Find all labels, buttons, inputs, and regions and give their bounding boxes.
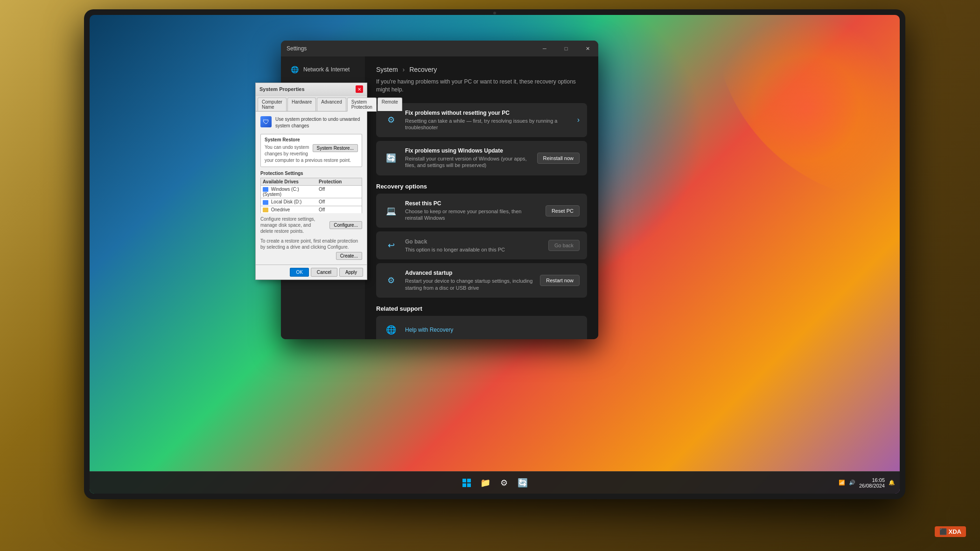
create-button[interactable]: Create... — [336, 252, 362, 260]
fix-without-reset-desc: Resetting can take a while — first, try … — [405, 118, 571, 131]
breadcrumb-recovery: Recovery — [409, 66, 437, 73]
taskbar-notification-icon[interactable]: 🔔 — [889, 480, 895, 486]
svg-rect-2 — [462, 483, 466, 487]
ok-button[interactable]: OK — [290, 268, 308, 277]
dialog-description: 🛡 Use system protection to undo unwanted… — [260, 116, 362, 129]
protection-onedrive: Off — [319, 207, 360, 212]
create-restore-text: To create a restore point, first enable … — [260, 238, 362, 250]
table-header: Available Drives Protection — [260, 178, 362, 185]
taskbar-time-display: 16:05 — [859, 477, 885, 483]
dialog-tabs: Computer Name Hardware Advanced System P… — [256, 96, 367, 112]
taskbar-right: 📶 🔊 16:05 26/08/2024 🔔 — [839, 477, 895, 488]
taskbar-clock: 16:05 26/08/2024 — [859, 477, 885, 488]
fix-without-reset-title: Fix problems without resetting your PC — [405, 110, 571, 116]
go-back-title: Go back — [405, 238, 542, 245]
reset-pc-title: Reset this PC — [405, 200, 539, 207]
go-back-desc: This option is no longer available on th… — [405, 246, 542, 253]
reset-pc-desc: Choose to keep or remove your personal f… — [405, 208, 539, 222]
taskbar-volume-icon: 🔊 — [849, 480, 855, 486]
tab-remote[interactable]: Remote — [378, 98, 402, 111]
go-back-icon: ↩ — [384, 238, 399, 253]
system-restore-section: System Restore System Restore... You can… — [260, 134, 362, 167]
reset-pc-button[interactable]: Reset PC — [546, 205, 580, 216]
drive-icon-onedrive — [263, 208, 268, 212]
sidebar-item-network-label: Network & Internet — [303, 66, 350, 73]
fix-without-reset-arrow[interactable]: › — [577, 116, 580, 124]
fix-windows-update-text: Fix problems using Windows Update Reinst… — [405, 147, 531, 169]
start-button[interactable] — [458, 474, 475, 491]
dialog-body: 🛡 Use system protection to undo unwanted… — [256, 112, 367, 265]
cancel-button[interactable]: Cancel — [311, 268, 337, 277]
minimize-button[interactable]: ─ — [534, 41, 555, 56]
taskbar-icons: 📁 ⚙ 🔄 — [458, 474, 531, 491]
go-back-card: ↩ Go back This option is no longer avail… — [376, 231, 587, 259]
tab-system-protection[interactable]: System Protection — [347, 98, 377, 112]
taskbar-file-explorer-icon[interactable]: 📁 — [477, 474, 494, 491]
advanced-startup-title: Advanced startup — [405, 270, 533, 276]
dialog-footer: OK Cancel Apply — [256, 265, 367, 279]
table-row[interactable]: Local Disk (D:) Off — [260, 198, 362, 205]
reinstall-now-button[interactable]: Reinstall now — [537, 153, 580, 164]
shield-icon: 🛡 — [260, 116, 272, 127]
fix-without-reset-text: Fix problems without resetting your PC R… — [405, 110, 571, 131]
advanced-startup-card: ⚙ Advanced startup Restart your device t… — [376, 263, 587, 298]
system-restore-button[interactable]: System Restore... — [313, 144, 358, 152]
tab-advanced[interactable]: Advanced — [317, 98, 346, 111]
help-icon: 🌐 — [384, 322, 399, 337]
taskbar-refresh-icon[interactable]: 🔄 — [514, 474, 531, 491]
drives-col-header: Available Drives — [263, 179, 319, 184]
go-back-action: Go back — [548, 240, 580, 251]
taskbar-date-display: 26/08/2024 — [859, 483, 885, 488]
sidebar-item-network[interactable]: 🌐 Network & Internet — [284, 62, 362, 77]
protection-d: Off — [319, 199, 360, 204]
restart-now-button[interactable]: Restart now — [540, 275, 580, 286]
configure-text: Configure restore settings, manage disk … — [260, 216, 321, 234]
settings-window-title: Settings — [281, 45, 534, 52]
xda-watermark: ⬛ XDA — [935, 526, 966, 537]
advanced-startup-text: Advanced startup Restart your device to … — [405, 270, 533, 291]
fix-without-reset-card: ⚙ Fix problems without resetting your PC… — [376, 103, 587, 138]
laptop-camera — [493, 12, 496, 14]
maximize-button[interactable]: □ — [555, 41, 577, 56]
protection-settings-section: Protection Settings Available Drives Pro… — [260, 171, 362, 260]
advanced-startup-desc: Restart your device to change startup se… — [405, 278, 533, 291]
drive-icon-d — [263, 200, 268, 205]
svg-rect-3 — [467, 483, 471, 487]
tab-computer-name[interactable]: Computer Name — [258, 98, 287, 111]
update-icon: 🔄 — [384, 151, 399, 166]
desktop-art — [713, 15, 900, 202]
help-recovery-card: 🌐 Help with Recovery — [376, 316, 587, 339]
reset-pc-card: 💻 Reset this PC Choose to keep or remove… — [376, 194, 587, 228]
recovery-subtitle: If you're having problems with your PC o… — [376, 78, 587, 94]
apply-button[interactable]: Apply — [339, 268, 363, 277]
taskbar-settings-icon[interactable]: ⚙ — [496, 474, 512, 491]
breadcrumb-separator: › — [403, 66, 405, 73]
dialog-close-button[interactable]: ✕ — [356, 85, 363, 93]
reset-pc-text: Reset this PC Choose to keep or remove y… — [405, 200, 539, 222]
breadcrumb-system: System — [376, 66, 398, 73]
fix-windows-update-desc: Reinstall your current version of Window… — [405, 155, 531, 169]
taskbar: 📁 ⚙ 🔄 📶 🔊 16:05 26/08/2024 🔔 — [90, 471, 900, 494]
chevron-right-icon: › — [577, 116, 580, 124]
related-support-label: Related support — [376, 305, 587, 312]
advanced-startup-icon: ⚙ — [384, 273, 399, 288]
table-row[interactable]: Windows (C:) (System) Off — [260, 185, 362, 198]
configure-button[interactable]: Configure... — [329, 221, 362, 229]
reset-pc-action: Reset PC — [546, 205, 580, 216]
close-button[interactable]: ✕ — [577, 41, 598, 56]
drive-windows-c: Windows (C:) (System) — [263, 187, 319, 197]
table-row[interactable]: Onedrive Off — [260, 206, 362, 213]
tab-hardware[interactable]: Hardware — [287, 98, 316, 111]
protection-c: Off — [319, 187, 360, 197]
photo-background: Settings ─ □ ✕ 🌐 Network & Internet — [0, 0, 980, 551]
drive-onedrive: Onedrive — [263, 207, 319, 212]
dialog-title: System Properties — [259, 86, 305, 92]
laptop-screen: Settings ─ □ ✕ 🌐 Network & Internet — [90, 15, 900, 494]
fix-icon: ⚙ — [384, 112, 399, 127]
system-restore-label: System Restore — [265, 137, 358, 142]
help-recovery-link[interactable]: Help with Recovery — [405, 327, 453, 333]
go-back-button[interactable]: Go back — [548, 240, 580, 251]
svg-rect-0 — [462, 479, 466, 482]
fix-windows-update-title: Fix problems using Windows Update — [405, 147, 531, 154]
laptop-frame: Settings ─ □ ✕ 🌐 Network & Internet — [84, 9, 905, 499]
